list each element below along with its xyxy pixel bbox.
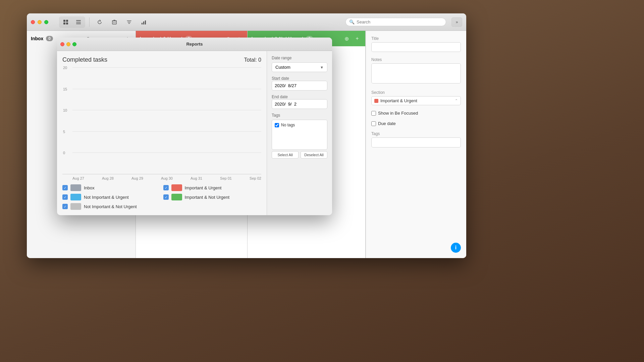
tag-buttons-row: Select All Deselect All xyxy=(272,151,327,159)
legend-important-urgent-checkbox[interactable]: ✓ xyxy=(163,185,169,190)
expand-button[interactable]: » xyxy=(451,17,462,27)
legend-important-not-urgent: ✓ Important & Not Urgent xyxy=(163,194,262,200)
end-date-input[interactable] xyxy=(272,99,327,109)
toolbar-divider-1 xyxy=(89,17,90,27)
end-date-label: End date xyxy=(272,95,327,99)
important-not-urgent-add-button[interactable]: + xyxy=(353,35,361,43)
notes-field: Notes xyxy=(371,57,461,85)
x-label-aug30: Aug 30 xyxy=(161,176,173,180)
inbox-badge: 0 xyxy=(46,36,53,41)
important-not-urgent-zoom-button[interactable]: ⊕ xyxy=(342,35,351,43)
maximize-button[interactable] xyxy=(44,20,48,24)
grid-line-10: 10 xyxy=(72,110,261,110)
legend-not-important-urgent-checkbox[interactable]: ✓ xyxy=(62,194,68,200)
legend-important-not-urgent-color xyxy=(171,194,182,200)
modal-traffic-lights xyxy=(60,42,76,46)
show-in-be-focused-checkbox[interactable] xyxy=(371,111,376,116)
modal-close-button[interactable] xyxy=(60,42,64,46)
reports-modal[interactable]: Reports Completed tasks Total: 0 2 xyxy=(57,38,332,215)
view-toggle-group xyxy=(59,16,85,28)
svg-rect-5 xyxy=(76,22,81,22)
inbox-title: Inbox xyxy=(31,36,43,41)
grid-label-20: 20 xyxy=(63,66,67,70)
deselect-all-button[interactable]: Deselect All xyxy=(301,151,327,159)
select-all-button[interactable]: Select All xyxy=(272,151,299,159)
title-label: Title xyxy=(371,36,461,41)
minimize-button[interactable] xyxy=(38,20,42,24)
svg-rect-2 xyxy=(63,22,65,24)
filter-button[interactable] xyxy=(123,17,135,27)
legend-important-urgent-color xyxy=(171,184,182,191)
date-range-label: Date range xyxy=(272,56,327,60)
tags-label: Tags xyxy=(371,131,461,136)
chart-container: 20 15 10 5 0 xyxy=(62,67,261,174)
date-range-chevron-icon: ▼ xyxy=(320,65,324,69)
start-date-label: Start date xyxy=(272,76,327,81)
grid-line-0: 0 xyxy=(72,153,261,153)
grid-view-button[interactable] xyxy=(60,17,72,27)
legend-important-not-urgent-checkbox[interactable]: ✓ xyxy=(163,194,169,200)
sync-button[interactable] xyxy=(94,17,106,27)
start-date-section: Start date xyxy=(272,76,327,90)
legend-not-important-not-urgent-checkbox[interactable]: ✓ xyxy=(62,204,68,209)
legend-not-important-not-urgent-label: Not Important & Not Urgent xyxy=(84,204,137,209)
section-chevron-icon: ⌃ xyxy=(455,99,458,103)
modal-title: Reports xyxy=(186,42,203,47)
legend-inbox-label: Inbox xyxy=(84,185,95,190)
section-value: Important & Urgent xyxy=(380,98,453,103)
section-color-dot xyxy=(374,99,378,103)
legend-important-not-urgent-label: Important & Not Urgent xyxy=(185,195,230,200)
show-in-be-focused-label: Show in Be Focused xyxy=(378,111,418,116)
modal-titlebar: Reports xyxy=(57,38,332,51)
chart-header: Completed tasks Total: 0 xyxy=(62,56,261,63)
chart-button[interactable] xyxy=(138,17,150,27)
no-tags-checkbox[interactable] xyxy=(275,123,279,127)
search-bar[interactable]: 🔍 xyxy=(345,18,446,26)
section-label: Section xyxy=(371,90,461,95)
x-label-aug29: Aug 29 xyxy=(131,176,143,180)
start-date-input[interactable] xyxy=(272,81,327,90)
legend-inbox-checkbox[interactable]: ✓ xyxy=(62,185,68,190)
section-select[interactable]: Important & Urgent ⌃ xyxy=(371,96,461,105)
delete-button[interactable] xyxy=(108,17,120,27)
due-date-checkbox[interactable] xyxy=(371,121,376,126)
notes-label: Notes xyxy=(371,57,461,62)
legend-not-important-urgent: ✓ Not Important & Urgent xyxy=(62,194,161,200)
search-icon: 🔍 xyxy=(349,19,355,24)
filter-sidebar: Date range Custom ▼ Start date End da xyxy=(267,51,332,215)
titlebar: 🔍 » xyxy=(27,13,466,31)
right-sidebar: Title Notes Section Important & Urgent ⌃… xyxy=(366,31,466,258)
modal-minimize-button[interactable] xyxy=(66,42,70,46)
legend-important-urgent-label: Important & Urgent xyxy=(185,185,222,190)
chart-grid: 20 15 10 5 0 xyxy=(72,67,261,174)
legend-important-urgent: ✓ Important & Urgent xyxy=(163,184,262,191)
chart-title: Completed tasks xyxy=(62,56,107,63)
modal-maximize-button[interactable] xyxy=(72,42,76,46)
x-label-aug28: Aug 28 xyxy=(102,176,114,180)
svg-rect-1 xyxy=(66,20,68,22)
info-button[interactable]: i xyxy=(451,243,461,253)
chart-total: Total: 0 xyxy=(244,57,261,63)
svg-rect-4 xyxy=(76,20,81,21)
title-input[interactable] xyxy=(371,42,461,52)
legend-not-important-not-urgent-color xyxy=(70,203,81,210)
tags-list: No tags xyxy=(272,120,327,150)
chart-section: Completed tasks Total: 0 20 1 xyxy=(57,51,267,215)
section-field: Section Important & Urgent ⌃ xyxy=(371,90,461,105)
svg-rect-15 xyxy=(142,23,143,24)
no-tags-item: No tags xyxy=(275,123,324,127)
list-view-button[interactable] xyxy=(72,17,85,27)
grid-line-20: 20 xyxy=(72,67,261,68)
notes-input[interactable] xyxy=(371,63,461,83)
svg-rect-7 xyxy=(112,21,116,24)
search-input[interactable] xyxy=(357,19,442,24)
date-range-select[interactable]: Custom ▼ xyxy=(272,62,327,72)
tags-input[interactable] xyxy=(371,137,461,147)
title-field: Title xyxy=(371,36,461,52)
svg-rect-16 xyxy=(143,21,144,24)
tags-filter-label: Tags xyxy=(272,113,327,118)
end-date-section: End date xyxy=(272,95,327,109)
due-date-row: Due date xyxy=(371,121,461,126)
close-button[interactable] xyxy=(31,20,35,24)
grid-line-5: 5 xyxy=(72,131,261,132)
